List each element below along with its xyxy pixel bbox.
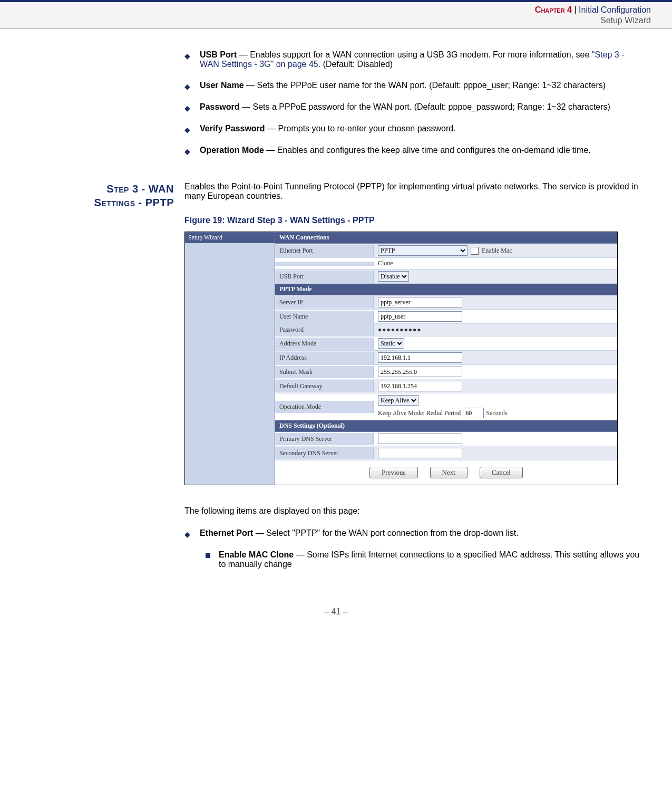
label-clone: Clone (378, 259, 393, 267)
server-ip-input[interactable] (378, 297, 462, 307)
label-ip-address: IP Address (275, 352, 374, 364)
diamond-icon: ◆ (184, 82, 190, 91)
next-button[interactable]: Next (430, 467, 468, 478)
label-redial-period: Keep Alive Mode: Redial Period (378, 409, 461, 417)
section-intro: Enables the Point-to-Point Tunneling Pro… (184, 182, 640, 201)
label-secondary-dns: Secondary DNS Server (275, 447, 374, 459)
section-heading: Step 3 - WAN Settings - PPTP (21, 182, 184, 581)
label-seconds: Seconds (486, 409, 507, 417)
page-number: – 41 – (0, 607, 672, 617)
chapter-title: Initial Configuration (579, 5, 651, 14)
lead-text: The following items are displayed on thi… (184, 506, 640, 516)
enable-mac-checkbox[interactable] (471, 247, 479, 255)
label-server-ip: Server IP (275, 296, 374, 309)
label-ethernet-port: Ethernet Port (275, 245, 374, 257)
page-header: Chapter 4 | Initial Configuration Setup … (0, 0, 672, 29)
diamond-icon: ◆ (184, 530, 190, 538)
redial-period-input[interactable] (463, 408, 484, 418)
usb-port-select[interactable]: Disable (378, 271, 409, 282)
password-input[interactable]: ●●●●●●●●●● (378, 326, 421, 334)
ethernet-port-select[interactable]: PPTP (378, 245, 468, 256)
address-mode-select[interactable]: Static (378, 338, 404, 349)
sub-bullet-enable-mac-clone: Enable MAC Clone — Some ISPs limit Inter… (219, 550, 640, 569)
figure-caption: Figure 19: Wizard Step 3 - WAN Settings … (184, 216, 640, 225)
label-usb-port: USB Port (275, 271, 374, 283)
square-icon (206, 553, 210, 558)
section-pptp-mode: PPTP Mode (275, 284, 617, 295)
primary-dns-input[interactable] (378, 434, 462, 444)
bullet-usb-port: USB Port — Enables support for a WAN con… (200, 50, 640, 69)
bullet-verify-password: Verify Password — Prompts you to re-ente… (200, 124, 456, 134)
diamond-icon: ◆ (184, 104, 190, 112)
diamond-icon: ◆ (184, 52, 190, 69)
diamond-icon: ◆ (184, 147, 190, 156)
label-default-gateway: Default Gateway (275, 380, 374, 392)
label-subnet-mask: Subnet Mask (275, 366, 374, 378)
section-wan-connections: WAN Connections (275, 232, 617, 244)
diamond-icon: ◆ (184, 126, 190, 134)
bullet-user-name: User Name — Sets the PPPoE user name for… (200, 81, 606, 91)
figure-screenshot: Setup Wizard WAN Connections Ethernet Po… (184, 232, 618, 485)
bullet-ethernet-port: Ethernet Port — Select "PPTP" for the WA… (200, 528, 519, 538)
bullet-operation-mode: Operation Mode — Enables and configures … (200, 146, 591, 156)
section-dns-settings: DNS Settings (Optional) (275, 420, 617, 432)
bullet-password: Password — Sets a PPPoE password for the… (200, 102, 610, 112)
chapter-label: Chapter 4 (535, 5, 572, 14)
previous-button[interactable]: Previous (369, 467, 418, 478)
user-name-input[interactable] (378, 311, 462, 322)
label-password: Password (275, 324, 374, 336)
cancel-button[interactable]: Cancel (480, 467, 523, 478)
label-enable-mac: Enable Mac (482, 247, 512, 255)
chapter-subtitle: Setup Wizard (0, 16, 651, 25)
subnet-mask-input[interactable] (378, 367, 462, 377)
operation-mode-select[interactable]: Keep Alive (378, 395, 418, 406)
label-primary-dns: Primary DNS Server (275, 433, 374, 445)
label-address-mode: Address Mode (275, 338, 374, 350)
secondary-dns-input[interactable] (378, 448, 462, 458)
label-user-name: User Name (275, 311, 374, 323)
ip-address-input[interactable] (378, 352, 462, 363)
label-operation-mode: Operation Mode (275, 401, 374, 413)
wizard-sidebar-title: Setup Wizard (185, 232, 275, 243)
sep: | (572, 5, 579, 14)
default-gateway-input[interactable] (378, 381, 462, 391)
